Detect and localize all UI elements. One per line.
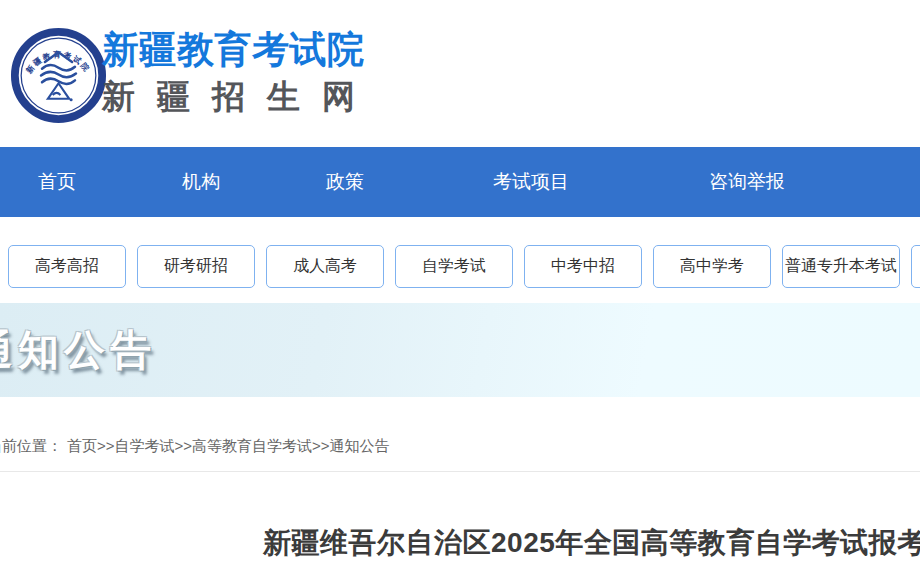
breadcrumb-separator: >> bbox=[97, 437, 115, 454]
nav-item-institutions[interactable]: 机构 bbox=[182, 169, 220, 195]
section-banner: 通知公告 bbox=[0, 303, 920, 397]
breadcrumb-item-higher-ed-self-study[interactable]: 高等教育自学考试 bbox=[192, 437, 312, 454]
nav-item-consult-report[interactable]: 咨询举报 bbox=[709, 169, 785, 195]
subnav-button-zhongkao[interactable]: 中考中招 bbox=[524, 245, 642, 288]
banner-title: 通知公告 bbox=[0, 323, 156, 378]
breadcrumb-item-self-study[interactable]: 自学考试 bbox=[115, 437, 175, 454]
horizontal-divider bbox=[0, 471, 920, 472]
subnav-button-chengren-gaokao[interactable]: 成人高考 bbox=[266, 245, 384, 288]
site-subtitle: 新疆招生网 bbox=[102, 75, 377, 120]
site-logo[interactable]: 新疆教育考试院 bbox=[10, 27, 107, 124]
breadcrumb-item-home[interactable]: 首页 bbox=[67, 437, 97, 454]
breadcrumb-item-notices[interactable]: 通知公告 bbox=[330, 437, 390, 454]
breadcrumb-separator: >> bbox=[312, 437, 330, 454]
logo-emblem-icon: 新疆教育考试院 bbox=[10, 27, 107, 124]
subnav-button-yankao[interactable]: 研考研招 bbox=[137, 245, 255, 288]
main-nav: 首页 机构 政策 考试项目 咨询举报 bbox=[0, 147, 920, 217]
subnav-button-zhuanshengben[interactable]: 普通专升本考试 bbox=[782, 245, 900, 288]
subnav-button-gaozhong-xuekao[interactable]: 高中学考 bbox=[653, 245, 771, 288]
nav-item-home[interactable]: 首页 bbox=[38, 169, 76, 195]
subnav-button-partial-clipped[interactable] bbox=[911, 245, 920, 288]
site-titles: 新疆教育考试院 新疆招生网 bbox=[102, 30, 377, 120]
article-title: 新疆维吾尔自治区2025年全国高等教育自学考试报考简章 bbox=[263, 524, 920, 562]
subnav-button-zixue-kaoshi[interactable]: 自学考试 bbox=[395, 245, 513, 288]
subnav-button-gaokao[interactable]: 高考高招 bbox=[8, 245, 126, 288]
breadcrumb-prefix: 当前位置： bbox=[0, 437, 62, 454]
nav-item-policies[interactable]: 政策 bbox=[326, 169, 364, 195]
subnav: 高考高招 研考研招 成人高考 自学考试 中考中招 高中学考 普通专升本考试 bbox=[0, 245, 920, 289]
breadcrumb: 当前位置：首页>>自学考试>>高等教育自学考试>>通知公告 bbox=[0, 437, 390, 456]
breadcrumb-separator: >> bbox=[175, 437, 193, 454]
page: 新疆教育考试院 新疆教育考试院 新疆招生网 首页 机构 bbox=[0, 0, 920, 570]
site-title: 新疆教育考试院 bbox=[102, 30, 377, 71]
site-header: 新疆教育考试院 新疆教育考试院 新疆招生网 bbox=[0, 0, 920, 147]
nav-item-exam-projects[interactable]: 考试项目 bbox=[493, 169, 569, 195]
